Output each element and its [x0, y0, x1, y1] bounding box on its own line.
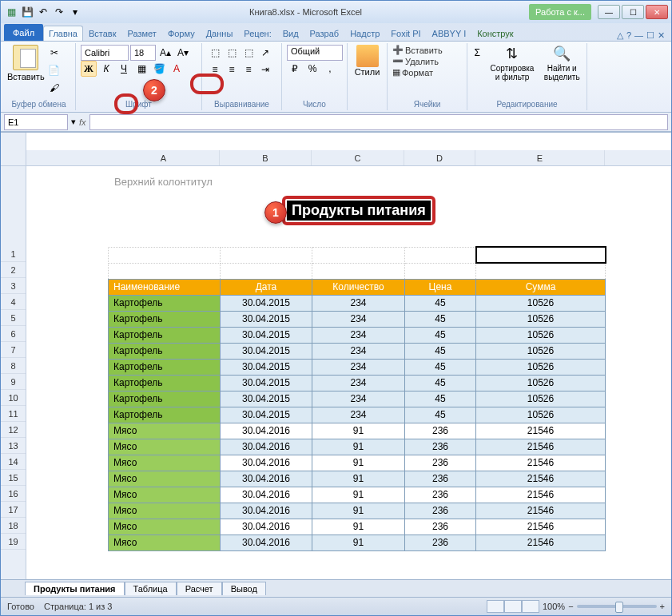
row-header[interactable]: 10 — [1, 390, 26, 406]
sheet-tab-output[interactable]: Вывод — [222, 582, 266, 595]
align-left-icon[interactable]: ≡ — [207, 62, 223, 77]
cell[interactable]: 234 — [312, 391, 405, 407]
tab-abbyy[interactable]: ABBYY I — [427, 26, 472, 41]
th-name[interactable]: Наименование — [109, 279, 221, 295]
sub-close-button[interactable]: ✕ — [658, 30, 665, 41]
cell[interactable]: 10526 — [476, 359, 606, 375]
tab-formulas[interactable]: Форму — [162, 26, 201, 41]
cell[interactable]: 236 — [405, 471, 476, 487]
row-header[interactable]: 14 — [1, 454, 26, 470]
zoom-slider[interactable] — [577, 605, 657, 608]
font-size-combo[interactable]: 18 — [130, 45, 156, 61]
sheet-tab-products[interactable]: Продукты питания — [25, 582, 125, 595]
font-color-icon[interactable]: A — [169, 61, 185, 77]
comma-icon[interactable]: , — [322, 61, 338, 77]
selected-cell-E1[interactable] — [476, 247, 606, 263]
qat-dropdown-icon[interactable]: ▾ — [68, 5, 82, 19]
th-price[interactable]: Цена — [405, 279, 476, 295]
fill-color-icon[interactable]: 🪣 — [151, 61, 167, 77]
zoom-in-button[interactable]: + — [660, 602, 665, 611]
percent-icon[interactable]: % — [304, 61, 320, 77]
format-cells-button[interactable]: ▦Формат — [392, 67, 462, 77]
cell[interactable]: 21546 — [476, 487, 606, 503]
underline-button[interactable]: Ч — [116, 61, 132, 77]
cell[interactable]: 45 — [405, 407, 476, 423]
tab-addins[interactable]: Надстр — [344, 26, 385, 41]
increase-font-icon[interactable]: A▴ — [157, 45, 173, 61]
zoom-out-button[interactable]: − — [568, 602, 573, 611]
cut-icon[interactable]: ✂ — [46, 45, 62, 61]
cell[interactable]: 30.04.2015 — [221, 327, 312, 343]
tab-view[interactable]: Вид — [277, 26, 304, 41]
cell[interactable]: 10526 — [476, 295, 606, 311]
cell[interactable]: 10526 — [476, 407, 606, 423]
currency-icon[interactable]: ₽ — [287, 61, 303, 77]
cell[interactable]: 236 — [405, 423, 476, 439]
cell[interactable]: 21546 — [476, 471, 606, 487]
row-header[interactable]: 11 — [1, 406, 26, 422]
view-normal-button[interactable] — [487, 600, 504, 613]
cell[interactable]: 21546 — [476, 503, 606, 519]
row-header[interactable]: 17 — [1, 502, 26, 518]
cell[interactable]: 234 — [312, 327, 405, 343]
cell[interactable]: 234 — [312, 375, 405, 391]
align-right-icon[interactable]: ≡ — [241, 62, 256, 77]
decrease-font-icon[interactable]: A▾ — [175, 45, 191, 61]
cell[interactable]: 21546 — [476, 519, 606, 535]
row-header[interactable]: 18 — [1, 518, 26, 534]
delete-cells-button[interactable]: ➖Удалить — [392, 56, 462, 66]
cell[interactable]: 91 — [312, 455, 405, 471]
cell[interactable]: 30.04.2016 — [221, 423, 312, 439]
cell[interactable]: 30.04.2015 — [221, 295, 312, 311]
row-header[interactable]: 7 — [1, 342, 26, 358]
tab-layout[interactable]: Размет — [122, 26, 162, 41]
cell[interactable]: Картофель — [109, 311, 221, 327]
cell[interactable]: 30.04.2015 — [221, 375, 312, 391]
italic-button[interactable]: К — [98, 61, 114, 77]
row-header[interactable]: 8 — [1, 358, 26, 374]
cell[interactable]: 30.04.2016 — [221, 519, 312, 535]
cell[interactable]: 234 — [312, 295, 405, 311]
cell[interactable]: 91 — [312, 487, 405, 503]
cell[interactable]: 30.04.2016 — [221, 471, 312, 487]
sub-maximize-button[interactable]: ☐ — [646, 30, 654, 41]
cell[interactable]: 10526 — [476, 391, 606, 407]
col-header-b[interactable]: B — [220, 150, 312, 165]
row-header[interactable]: 12 — [1, 422, 26, 438]
number-format-combo[interactable]: Общий — [287, 45, 343, 61]
sort-filter-button[interactable]: ⇅ Сортировка и фильтр — [489, 45, 536, 81]
cell[interactable]: Картофель — [109, 359, 221, 375]
cell[interactable]: Картофель — [109, 295, 221, 311]
view-break-button[interactable] — [522, 600, 539, 613]
cell[interactable]: 21546 — [476, 423, 606, 439]
view-layout-button[interactable] — [504, 600, 522, 613]
select-all-corner[interactable] — [1, 133, 26, 166]
cell[interactable]: 91 — [312, 535, 405, 550]
th-qty[interactable]: Количество — [312, 279, 405, 295]
name-box[interactable]: E1 — [4, 114, 68, 130]
col-header-c[interactable]: C — [312, 150, 404, 165]
row-header[interactable]: 19 — [1, 534, 26, 550]
cell[interactable]: 10526 — [476, 343, 606, 359]
cell[interactable]: 45 — [405, 295, 476, 311]
row-header[interactable]: 16 — [1, 486, 26, 502]
cell[interactable]: 236 — [405, 455, 476, 471]
autosum-icon[interactable]: Σ — [472, 45, 483, 61]
col-header-e[interactable]: E — [475, 150, 605, 165]
cell[interactable]: 45 — [405, 359, 476, 375]
cell[interactable]: Картофель — [109, 343, 221, 359]
align-center-icon[interactable]: ≡ — [224, 62, 240, 77]
th-sum[interactable]: Сумма — [476, 279, 606, 295]
col-header-a[interactable]: A — [108, 150, 220, 165]
tab-data[interactable]: Данны — [201, 26, 239, 41]
cell[interactable]: 236 — [405, 503, 476, 519]
cell[interactable]: 234 — [312, 359, 405, 375]
cell[interactable]: 30.04.2015 — [221, 343, 312, 359]
paste-button[interactable]: Вставить — [7, 45, 45, 96]
cell[interactable]: Картофель — [109, 391, 221, 407]
namebox-dropdown-icon[interactable]: ▾ — [71, 117, 76, 127]
cell[interactable]: Мясо — [109, 439, 221, 455]
orientation-icon[interactable]: ↗ — [257, 45, 273, 61]
row-header[interactable]: 4 — [1, 294, 26, 310]
row-header[interactable]: 6 — [1, 326, 26, 342]
